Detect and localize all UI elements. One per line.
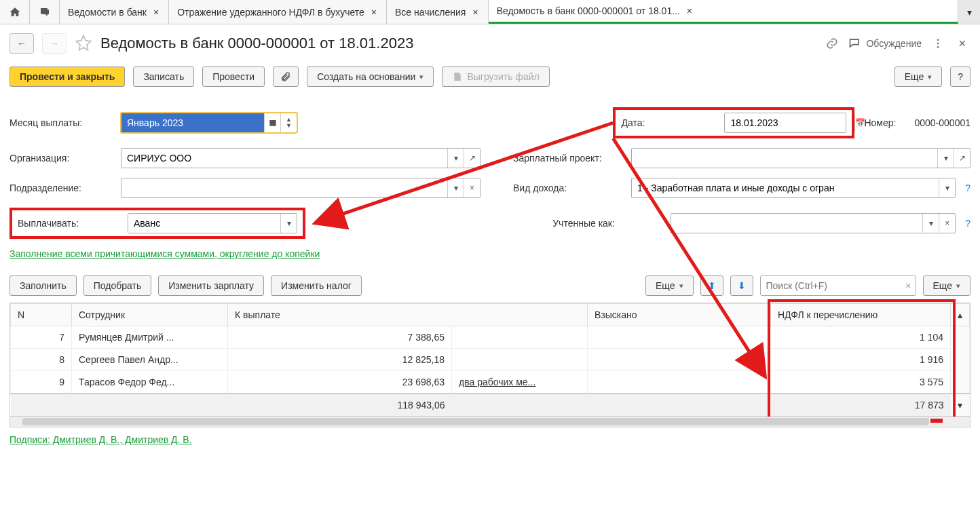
move-up-button[interactable]: ⬆	[700, 275, 723, 296]
discuss-button[interactable]: Обсуждение	[848, 37, 922, 50]
home-tab[interactable]	[0, 0, 30, 24]
chevron-down-icon[interactable]: ▾	[937, 149, 954, 168]
date-field[interactable]: 📅	[724, 113, 846, 133]
table-more-button-right[interactable]: Еще▾	[923, 275, 971, 296]
chevron-down-icon[interactable]: ▾	[922, 214, 939, 233]
division-field[interactable]: ▾ ×	[121, 178, 480, 198]
nav-forward-button: →	[42, 33, 67, 54]
pay-input[interactable]	[128, 214, 280, 233]
help-icon[interactable]: ?	[965, 183, 970, 193]
tab-label: Ведомость в банк 0000-000001 от 18.01...	[497, 5, 680, 16]
col-to-pay[interactable]: К выплате	[228, 304, 588, 326]
number-label: Номер:	[864, 117, 905, 128]
write-button[interactable]: Записать	[133, 66, 194, 87]
month-label: Месяц выплаты:	[10, 117, 111, 128]
post-and-close-button[interactable]: Провести и закрыть	[10, 66, 125, 87]
svg-point-0	[937, 39, 939, 41]
table-toolbar: Заполнить Подобрать Изменить зарплату Из…	[0, 271, 980, 303]
pay-highlight: Выплачивать: ▾	[10, 208, 305, 239]
post-button[interactable]: Провести	[202, 66, 265, 87]
signatures-link[interactable]: Подписи: Дмитриев Д. В., Дмитриев Д. В.	[10, 434, 192, 445]
close-icon[interactable]: ×	[370, 7, 378, 18]
clear-icon[interactable]: ×	[464, 178, 480, 197]
search-box[interactable]: ×	[760, 275, 916, 296]
chevron-down-icon[interactable]: ▾	[280, 214, 297, 233]
division-input[interactable]	[121, 178, 447, 197]
tabs-dropdown[interactable]: ▾	[958, 0, 980, 24]
more-button[interactable]: Еще▾	[894, 66, 943, 87]
tab-ndfl[interactable]: Отражение удержанного НДФЛ в бухучете ×	[169, 0, 387, 24]
scrollbar-thumb[interactable]	[22, 418, 929, 425]
chat-icon	[39, 6, 51, 18]
move-down-button[interactable]: ⬇	[730, 275, 753, 296]
clear-icon[interactable]: ×	[939, 214, 955, 233]
org-label: Организация:	[10, 153, 111, 164]
close-icon[interactable]: ×	[471, 7, 479, 18]
date-input[interactable]	[725, 113, 854, 132]
tab-current[interactable]: Ведомость в банк 0000-000001 от 18.01...…	[489, 0, 958, 24]
recorded-as-label: Учтенные как:	[552, 218, 661, 229]
clear-icon[interactable]: ×	[905, 280, 911, 291]
nav-back-button[interactable]: ←	[10, 33, 34, 54]
table-row[interactable]: 7 Румянцев Дмитрий ... 7 388,65 1 104	[11, 326, 970, 349]
col-employee[interactable]: Сотрудник	[72, 304, 228, 326]
attach-button[interactable]	[273, 66, 299, 87]
close-icon[interactable]: ×	[152, 7, 160, 18]
chevron-down-icon: ▾	[956, 282, 960, 290]
fill-note-link[interactable]: Заполнение всеми причитающимися суммами,…	[10, 248, 320, 259]
tab-charges[interactable]: Все начисления ×	[387, 0, 489, 24]
horizontal-scrollbar[interactable]	[10, 417, 970, 427]
fill-button[interactable]: Заполнить	[10, 275, 77, 296]
help-button[interactable]: ?	[950, 66, 970, 87]
home-icon	[9, 6, 21, 18]
favorite-toggle[interactable]	[75, 34, 92, 54]
svg-point-1	[937, 43, 939, 45]
calendar-icon[interactable]	[264, 113, 280, 132]
search-input[interactable]	[765, 280, 906, 292]
income-type-label: Вид дохода:	[513, 183, 622, 193]
month-input[interactable]	[121, 113, 264, 132]
pick-button[interactable]: Подобрать	[83, 275, 152, 296]
recorded-as-field[interactable]: ▾ ×	[671, 213, 956, 233]
month-field[interactable]: ▲▼	[121, 113, 297, 133]
chevron-down-icon[interactable]: ▾	[939, 178, 955, 197]
chevron-down-icon: ▾	[679, 282, 683, 290]
pay-field[interactable]: ▾	[128, 213, 297, 233]
page-header: ← → Ведомость в банк 0000-000001 от 18.0…	[0, 24, 980, 62]
date-highlight: Дата: 📅	[613, 107, 854, 138]
table-row[interactable]: 8 Сергеев Павел Андр... 12 825,18 1 916	[11, 349, 970, 371]
income-type-input[interactable]	[632, 178, 939, 197]
create-based-button[interactable]: Создать на основании▾	[307, 66, 434, 87]
link-icon[interactable]	[824, 35, 840, 52]
table-row[interactable]: 9 Тарасов Федор Фед... 23 698,63 два раб…	[11, 371, 970, 394]
scroll-up-button[interactable]: ▴	[951, 304, 970, 326]
edit-salary-button[interactable]: Изменить зарплату	[158, 275, 264, 296]
org-input[interactable]	[121, 149, 447, 168]
close-icon[interactable]: ×	[685, 5, 694, 16]
salary-project-input[interactable]	[632, 149, 937, 168]
chat-tab[interactable]	[30, 0, 60, 24]
chevron-down-icon[interactable]: ▾	[447, 178, 464, 197]
month-stepper[interactable]: ▲▼	[280, 113, 297, 132]
income-type-field[interactable]: ▾	[631, 178, 956, 198]
scroll-track[interactable]	[951, 326, 970, 394]
scroll-down-button[interactable]: ▾	[951, 394, 970, 416]
table-more-button-left[interactable]: Еще▾	[645, 275, 694, 296]
more-menu[interactable]	[930, 35, 946, 52]
col-ndfl[interactable]: НДФЛ к перечислению	[771, 304, 951, 326]
org-field[interactable]: ▾ ↗	[121, 148, 480, 168]
recorded-as-input[interactable]	[671, 214, 922, 233]
salary-project-field[interactable]: ▾ ↗	[631, 148, 970, 168]
col-n[interactable]: N	[11, 304, 72, 326]
col-penalized[interactable]: Взыскано	[588, 304, 771, 326]
tab-label: Ведомости в банк	[68, 7, 147, 18]
chevron-down-icon[interactable]: ▾	[447, 149, 464, 168]
open-icon[interactable]: ↗	[464, 149, 480, 168]
scroll-indicator	[930, 419, 943, 423]
edit-tax-button[interactable]: Изменить налог	[271, 275, 362, 296]
close-page-button[interactable]: ✕	[954, 35, 970, 52]
tab-vedomosti[interactable]: Ведомости в банк ×	[60, 0, 169, 24]
open-icon[interactable]: ↗	[954, 149, 970, 168]
help-icon[interactable]: ?	[965, 218, 970, 229]
export-button: Выгрузить файл	[442, 66, 549, 87]
